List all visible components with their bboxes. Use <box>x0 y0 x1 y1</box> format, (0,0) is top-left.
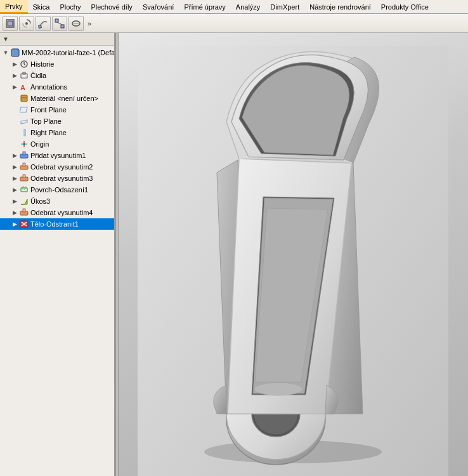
annotations-label: Annotations <box>30 83 67 91</box>
odebrat-vysunutim3-label: Odebrat vysunutim3 <box>30 175 93 182</box>
tree-item-povrch-odsazeni1[interactable]: ▶ Povrch-Odsazení1 <box>0 184 114 195</box>
svg-rect-16 <box>21 95 27 102</box>
tree-item-front-plane[interactable]: Front Plane <box>0 104 114 116</box>
menu-bar: Prvky Skica Plochy Plechové díly Svařová… <box>0 0 468 14</box>
menu-analyzy[interactable]: Analýzy <box>231 0 266 13</box>
menu-skica[interactable]: Skica <box>28 0 55 13</box>
toolbar-btn-extrude[interactable] <box>3 16 18 31</box>
svg-marker-18 <box>20 107 27 112</box>
tree-item-top-plane[interactable]: Top Plane <box>0 116 114 127</box>
top-plane-icon <box>19 116 29 126</box>
historie-icon <box>19 59 29 69</box>
cidla-label: Čidla <box>30 72 46 79</box>
svg-rect-27 <box>23 163 25 166</box>
pridat-vysunutim1-label: Přidat vysunutim1 <box>30 152 86 159</box>
svg-line-6 <box>57 22 63 25</box>
historie-label: Historie <box>30 60 54 68</box>
svg-rect-3 <box>39 25 42 28</box>
tree-item-right-plane[interactable]: Right Plane <box>0 127 114 138</box>
ov2-expand[interactable]: ▶ <box>10 162 19 171</box>
odebrat-vysunutim2-icon <box>19 162 29 172</box>
odebrat-vysunutim4-icon <box>19 208 29 218</box>
to1-expand[interactable]: ▶ <box>10 220 19 228</box>
toolbar-btn-revolve[interactable] <box>19 16 34 31</box>
3d-part-svg <box>138 46 448 476</box>
filter-icon: ▼ <box>3 36 9 43</box>
filter-bar: ▼ <box>0 33 114 46</box>
menu-prvky[interactable]: Prvky <box>0 0 28 13</box>
ov4-expand[interactable]: ▶ <box>10 208 19 217</box>
pv1-expand[interactable]: ▶ <box>10 151 19 160</box>
po1-expand[interactable]: ▶ <box>10 185 19 194</box>
tree-item-origin[interactable]: Origin <box>0 138 114 150</box>
menu-plechove-dily[interactable]: Plechové díly <box>86 0 137 13</box>
3d-viewport[interactable] <box>119 33 468 476</box>
top-plane-label: Top Plane <box>30 117 62 125</box>
tree-item-odebrat-vysunutim4[interactable]: ▶ Odebrat vysunutim4 <box>0 207 114 218</box>
origin-label: Origin <box>30 140 49 148</box>
svg-rect-9 <box>11 49 19 56</box>
menu-prime-upravy[interactable]: Přímé úpravy <box>179 0 230 13</box>
tree-area: ▼ MM-2002-tutorial-faze-1 (Defau ▶ Histo… <box>0 46 114 476</box>
annot-expand[interactable]: ▶ <box>10 83 19 91</box>
menu-produkty-office[interactable]: Produkty Office <box>376 0 434 13</box>
toolbar-btn-sweep[interactable] <box>36 16 51 31</box>
svg-point-2 <box>25 22 28 25</box>
toolbar-more[interactable]: » <box>85 20 94 27</box>
svg-marker-19 <box>21 120 27 124</box>
ukos3-label: Úkos3 <box>30 197 50 205</box>
tree-item-annotations[interactable]: ▶ A Annotations <box>0 81 114 93</box>
tree-item-ukos3[interactable]: ▶ Úkos3 <box>0 195 114 207</box>
cidla-icon <box>19 70 29 81</box>
cidla-expand[interactable]: ▶ <box>10 71 19 80</box>
odebrat-vysunutim2-label: Odebrat vysunutim2 <box>30 163 93 171</box>
feature-tree-panel: ▼ ▼ MM-2002-tutorial-faze-1 (Defau ▶ His… <box>0 33 115 476</box>
menu-dimxpert[interactable]: DimXpert <box>265 0 304 13</box>
pridat-vysunutim1-icon <box>19 150 29 161</box>
origin-icon <box>19 139 29 149</box>
svg-point-44 <box>254 383 302 395</box>
tree-root[interactable]: ▼ MM-2002-tutorial-faze-1 (Defau <box>0 47 114 58</box>
svg-rect-25 <box>23 152 25 155</box>
root-icon <box>10 48 20 58</box>
right-plane-label: Right Plane <box>30 129 67 136</box>
ukos3-icon <box>19 196 29 206</box>
root-expand-icon[interactable]: ▼ <box>1 48 10 57</box>
svg-rect-4 <box>55 19 58 22</box>
svg-rect-1 <box>8 21 13 26</box>
svg-rect-34 <box>23 209 25 212</box>
material-label: Materiál <není určen> <box>30 95 98 102</box>
tree-item-pridat-vysunutim1[interactable]: ▶ Přidat vysunutim1 <box>0 150 114 161</box>
toolbar-btn-loft[interactable] <box>52 16 67 31</box>
toolbar: » <box>0 14 468 33</box>
historie-expand[interactable]: ▶ <box>10 60 19 69</box>
tree-item-material[interactable]: Materiál <není určen> <box>0 93 114 104</box>
odebrat-vysunutim4-label: Odebrat vysunutim4 <box>30 209 93 216</box>
svg-rect-29 <box>23 175 25 178</box>
svg-marker-32 <box>21 199 27 204</box>
svg-line-12 <box>24 64 25 65</box>
tree-item-odebrat-vysunutim2[interactable]: ▶ Odebrat vysunutim2 <box>0 161 114 173</box>
povrch-odsazeni1-icon <box>19 185 29 195</box>
ov3-expand[interactable]: ▶ <box>10 174 19 183</box>
menu-nastroje-rendrovani[interactable]: Nástroje rendrování <box>304 0 376 13</box>
odebrat-vysunutim3-icon <box>19 173 29 183</box>
svg-marker-20 <box>24 129 25 136</box>
menu-plochy[interactable]: Plochy <box>55 0 86 13</box>
telo-odstranit1-label: Tělo-Odstranit1 <box>30 220 79 228</box>
menu-svarovani[interactable]: Svařování <box>138 0 179 13</box>
tree-item-cidla[interactable]: ▶ Čidla <box>0 70 114 81</box>
telo-odstranit1-icon <box>19 219 29 229</box>
tree-item-telo-odstranit1[interactable]: ▶ Tělo-Odstranit1 <box>0 218 114 230</box>
root-label: MM-2002-tutorial-faze-1 (Defau <box>22 49 114 56</box>
annotations-icon: A <box>19 82 29 92</box>
main-area: ▼ ▼ MM-2002-tutorial-faze-1 (Defau ▶ His… <box>0 33 468 476</box>
u3-expand[interactable]: ▶ <box>10 197 19 206</box>
front-plane-icon <box>19 105 29 115</box>
toolbar-btn-boundary[interactable] <box>68 16 84 31</box>
tree-item-historie[interactable]: ▶ Historie <box>0 58 114 70</box>
tree-item-odebrat-vysunutim3[interactable]: ▶ Odebrat vysunutim3 <box>0 173 114 184</box>
svg-point-23 <box>23 143 25 145</box>
front-plane-label: Front Plane <box>30 106 67 114</box>
right-plane-icon <box>19 128 29 138</box>
